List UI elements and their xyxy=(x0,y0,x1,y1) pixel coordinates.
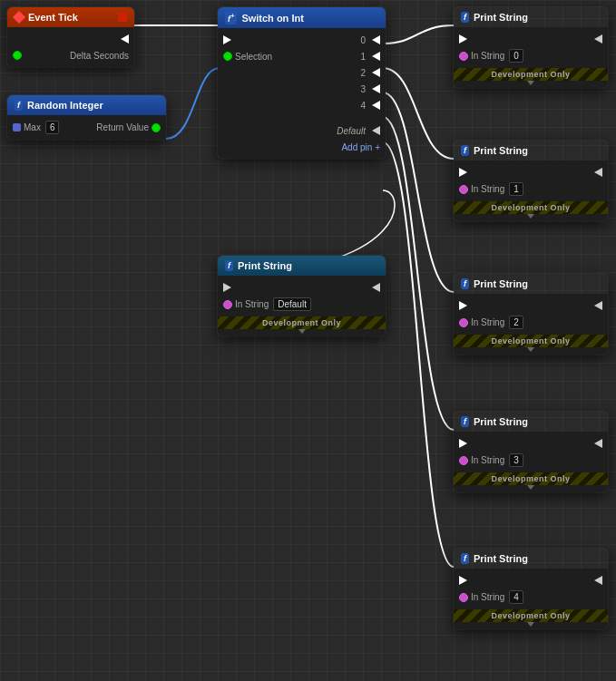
print-4-instring-pin[interactable] xyxy=(459,593,468,602)
event-tick-exec-row xyxy=(7,31,134,47)
return-pin[interactable] xyxy=(152,123,161,132)
print-4-exec-in[interactable] xyxy=(459,576,467,585)
print-string-0-node: f Print String In String 0 Development O… xyxy=(454,7,608,88)
print-string-3-node: f Print String In String 3 Development O… xyxy=(454,412,608,492)
print-2-instring-pin[interactable] xyxy=(459,318,468,327)
print-string-center-node: f Print String In String Default Develop… xyxy=(218,256,386,336)
switch-on-int-node: f+ Switch on Int 0 Selection 1 xyxy=(218,7,386,159)
delta-seconds-pin[interactable] xyxy=(13,51,22,60)
add-pin-label[interactable]: Add pin + xyxy=(341,142,380,152)
print-4-body: In String 4 xyxy=(454,569,608,609)
print-4-chevron xyxy=(527,622,534,627)
switch-exec-in-pin[interactable] xyxy=(223,35,231,44)
default-label: Default xyxy=(337,126,366,136)
port-2-pin[interactable] xyxy=(372,68,380,77)
print-1-exec-in[interactable] xyxy=(459,168,467,177)
port-1-pin[interactable] xyxy=(372,52,380,61)
print-3-devonly-bottom xyxy=(454,485,608,492)
port-0-pin[interactable] xyxy=(372,35,380,44)
print-center-func-icon: f xyxy=(225,260,233,271)
default-pin[interactable] xyxy=(372,126,380,135)
port-3-row: 3 xyxy=(218,81,386,97)
print-2-devonly-bottom xyxy=(454,347,608,355)
switch-exec-in-row: 0 xyxy=(218,32,386,48)
print-2-header: f Print String xyxy=(454,274,608,294)
port-4-row: 4 xyxy=(218,97,386,113)
print-0-devonly-bottom xyxy=(454,81,608,88)
print-0-instring-pin[interactable] xyxy=(459,52,468,61)
print-string-2-node: f Print String In String 2 Development O… xyxy=(454,274,608,355)
print-4-instring-label: In String xyxy=(471,592,504,602)
print-3-exec-out[interactable] xyxy=(594,439,602,448)
print-4-instring-row: In String 4 xyxy=(454,589,608,606)
port-3-label: 3 xyxy=(360,84,366,94)
print-2-body: In String 2 xyxy=(454,294,608,335)
delta-seconds-label: Delta Seconds xyxy=(70,51,129,61)
print-center-exec-out[interactable] xyxy=(372,283,380,292)
add-pin-row[interactable]: Add pin + xyxy=(218,139,386,155)
print-center-devonly-bar: Development Only xyxy=(218,316,386,329)
print-2-exec-out[interactable] xyxy=(594,301,602,310)
print-3-exec-in[interactable] xyxy=(459,439,467,448)
print-center-instring-value[interactable]: Default xyxy=(273,297,311,311)
print-4-func-icon: f xyxy=(461,553,469,564)
print-1-func-icon: f xyxy=(461,145,469,156)
max-pin[interactable] xyxy=(13,123,21,131)
print-center-body: In String Default xyxy=(218,276,386,316)
print-3-instring-label: In String xyxy=(471,455,504,465)
print-2-exec-row xyxy=(454,297,608,314)
print-3-instring-pin[interactable] xyxy=(459,456,468,465)
print-3-header: f Print String xyxy=(454,412,608,432)
selection-row: Selection 1 xyxy=(218,48,386,64)
selection-pin[interactable] xyxy=(223,52,232,61)
port-4-label: 4 xyxy=(360,101,366,111)
print-1-instring-pin[interactable] xyxy=(459,185,468,194)
print-1-body: In String 1 xyxy=(454,161,608,201)
print-0-devonly-bar: Development Only xyxy=(454,68,608,81)
max-label: Max xyxy=(24,122,41,132)
port-3-pin[interactable] xyxy=(372,84,380,93)
print-3-instring-value[interactable]: 3 xyxy=(509,453,523,467)
print-0-body: In String 0 xyxy=(454,27,608,68)
return-label: Return Value xyxy=(96,122,149,132)
print-4-title: Print String xyxy=(474,553,528,564)
print-2-func-icon: f xyxy=(461,278,469,289)
print-4-devonly-bar: Development Only xyxy=(454,609,608,622)
port-4-pin[interactable] xyxy=(372,101,380,110)
print-1-exec-out[interactable] xyxy=(594,168,602,177)
print-center-instring-pin[interactable] xyxy=(223,300,232,309)
event-tick-body: Delta Seconds xyxy=(7,27,134,67)
print-0-exec-out[interactable] xyxy=(594,34,602,44)
print-2-chevron xyxy=(527,347,534,352)
event-tick-stop-icon[interactable] xyxy=(118,13,127,22)
print-1-instring-value[interactable]: 1 xyxy=(509,182,523,196)
print-2-title: Print String xyxy=(474,278,528,289)
port-2-row: 2 xyxy=(218,64,386,81)
default-row: Default xyxy=(218,122,386,139)
port-1-label: 1 xyxy=(360,52,366,62)
print-0-exec-row xyxy=(454,31,608,47)
print-center-devonly-bottom xyxy=(218,329,386,336)
event-tick-node: Event Tick Delta Seconds xyxy=(7,7,134,67)
max-value[interactable]: 6 xyxy=(45,121,60,134)
switch-on-int-body: 0 Selection 1 2 3 xyxy=(218,28,386,159)
print-center-header: f Print String xyxy=(218,256,386,276)
print-2-instring-label: In String xyxy=(471,317,504,327)
print-0-exec-in[interactable] xyxy=(459,34,467,44)
print-0-instring-value[interactable]: 0 xyxy=(509,49,523,63)
switch-func-icon: f+ xyxy=(225,11,237,24)
random-integer-header: f Random Integer xyxy=(7,95,166,115)
print-center-exec-in[interactable] xyxy=(223,283,231,292)
print-string-1-node: f Print String In String 1 Development O… xyxy=(454,141,608,221)
print-2-instring-value[interactable]: 2 xyxy=(509,316,523,329)
port-2-label: 2 xyxy=(360,68,366,78)
print-center-instring-row: In String Default xyxy=(218,296,386,313)
exec-out-pin[interactable] xyxy=(121,34,129,44)
print-4-exec-out[interactable] xyxy=(594,576,602,585)
print-4-header: f Print String xyxy=(454,549,608,569)
print-4-instring-value[interactable]: 4 xyxy=(509,590,523,604)
print-2-exec-in[interactable] xyxy=(459,301,467,310)
random-integer-title: Random Integer xyxy=(27,100,103,111)
random-integer-node: f Random Integer Max 6 Return Value xyxy=(7,95,166,140)
print-center-instring-label: In String xyxy=(235,299,269,309)
